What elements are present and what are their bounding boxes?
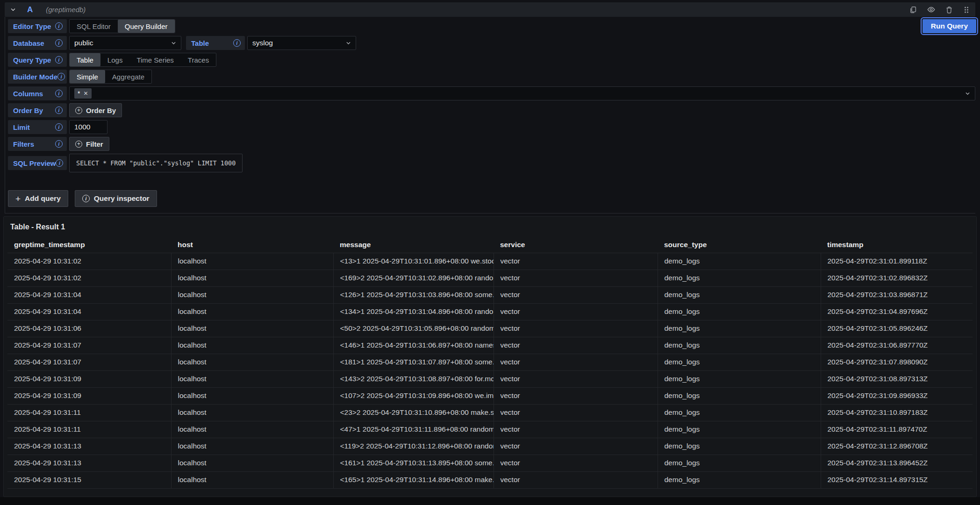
table-cell: <161>1 2025-04-29T10:31:13.895+08:00 som… bbox=[333, 455, 494, 471]
table-cell: vector bbox=[494, 303, 658, 320]
query-type-row: Query Type i TableLogsTime SeriesTraces bbox=[8, 53, 975, 67]
add-query-button[interactable]: + Add query bbox=[8, 190, 68, 207]
query-editor-section: A (greptimedb) bbox=[5, 2, 975, 213]
info-icon[interactable]: i bbox=[55, 39, 63, 47]
table-select[interactable]: syslog bbox=[247, 36, 356, 50]
table-cell: demo_logs bbox=[658, 370, 821, 387]
radio-option-table[interactable]: Table bbox=[70, 53, 100, 66]
limit-input[interactable] bbox=[69, 120, 107, 134]
radio-option-aggregate[interactable]: Aggregate bbox=[105, 70, 151, 83]
database-label-box: Database i bbox=[8, 36, 67, 50]
query-inspector-button[interactable]: i Query inspector bbox=[75, 190, 157, 207]
column-chip[interactable]: * ✕ bbox=[74, 88, 92, 99]
database-label: Database bbox=[13, 39, 44, 47]
table-cell: 2025-04-29 10:31:15 bbox=[7, 471, 171, 488]
table-cell: <13>1 2025-04-29T10:31:01.896+08:00 we.s… bbox=[333, 253, 494, 270]
editor-type-radio-group: SQL EditorQuery Builder bbox=[69, 19, 175, 33]
table-row: 2025-04-29 10:31:04localhost<134>1 2025-… bbox=[7, 303, 973, 320]
column-header-service[interactable]: service bbox=[494, 237, 658, 253]
radio-option-sql-editor[interactable]: SQL Editor bbox=[70, 20, 118, 33]
builder-mode-radio-group: SimpleAggregate bbox=[69, 70, 152, 84]
column-header-host[interactable]: host bbox=[171, 237, 333, 253]
radio-option-time-series[interactable]: Time Series bbox=[129, 53, 180, 66]
table-cell: <23>2 2025-04-29T10:31:10.896+08:00 make… bbox=[333, 404, 494, 421]
table-cell: localhost bbox=[171, 303, 333, 320]
table-cell: 2025-04-29T02:31:11.897470Z bbox=[821, 421, 973, 438]
drag-handle-icon[interactable] bbox=[963, 6, 970, 14]
table-cell: vector bbox=[494, 320, 658, 337]
table-cell: vector bbox=[494, 438, 658, 455]
table-cell: vector bbox=[494, 387, 658, 404]
table-cell: 2025-04-29T02:31:05.896246Z bbox=[821, 320, 973, 337]
chevron-down-icon bbox=[346, 41, 351, 46]
hide-response-eye-icon[interactable] bbox=[927, 6, 935, 14]
database-select[interactable]: public bbox=[69, 36, 181, 50]
info-icon[interactable]: i bbox=[57, 73, 65, 80]
info-icon[interactable]: i bbox=[55, 123, 63, 131]
info-icon[interactable]: i bbox=[55, 107, 63, 114]
query-header-actions bbox=[909, 6, 970, 14]
table-cell: vector bbox=[494, 404, 658, 421]
column-header-timestamp[interactable]: timestamp bbox=[821, 237, 973, 253]
info-icon[interactable]: i bbox=[233, 39, 241, 47]
sql-preview-label: SQL Preview bbox=[13, 159, 56, 167]
chevron-down-icon bbox=[171, 41, 176, 46]
table-cell: vector bbox=[494, 455, 658, 471]
table-cell: 2025-04-29T02:31:10.897183Z bbox=[821, 404, 973, 421]
info-icon[interactable]: i bbox=[55, 56, 63, 64]
run-query-button[interactable]: Run Query bbox=[923, 19, 976, 33]
builder-mode-label-box: Builder Mode i bbox=[8, 70, 67, 84]
query-row-header: A (greptimedb) bbox=[5, 2, 975, 17]
column-header-source_type[interactable]: source_type bbox=[658, 237, 821, 253]
add-filter-button[interactable]: + Filter bbox=[69, 137, 109, 151]
collapse-chevron-icon[interactable] bbox=[10, 7, 16, 13]
table-row: 2025-04-29 10:31:07localhost<146>1 2025-… bbox=[7, 337, 973, 354]
table-cell: localhost bbox=[171, 337, 333, 354]
remove-column-icon[interactable]: ✕ bbox=[83, 91, 88, 96]
table-cell: localhost bbox=[171, 286, 333, 303]
columns-label-box: Columns i bbox=[8, 86, 67, 100]
info-icon[interactable]: i bbox=[55, 22, 63, 30]
table-cell: 2025-04-29T02:31:01.899118Z bbox=[821, 253, 973, 270]
table-cell: <169>2 2025-04-29T10:31:02.896+08:00 ran… bbox=[333, 270, 494, 286]
duplicate-query-icon[interactable] bbox=[909, 6, 917, 14]
table-cell: 2025-04-29 10:31:13 bbox=[7, 438, 171, 455]
delete-query-trash-icon[interactable] bbox=[945, 6, 953, 14]
columns-multiselect[interactable]: * ✕ bbox=[69, 86, 975, 100]
query-ref-id[interactable]: A bbox=[27, 5, 33, 14]
order-by-label: Order By bbox=[13, 107, 43, 114]
table-cell: vector bbox=[494, 286, 658, 303]
table-cell: 2025-04-29T02:31:04.897696Z bbox=[821, 303, 973, 320]
table-cell: demo_logs bbox=[658, 286, 821, 303]
table-cell: 2025-04-29 10:31:11 bbox=[7, 404, 171, 421]
add-order-by-button[interactable]: + Order By bbox=[69, 103, 122, 117]
radio-option-logs[interactable]: Logs bbox=[100, 53, 130, 66]
table-cell: demo_logs bbox=[658, 354, 821, 370]
column-header-greptime_timestamp[interactable]: greptime_timestamp bbox=[7, 237, 171, 253]
table-cell: <119>2 2025-04-29T10:31:12.896+08:00 ran… bbox=[333, 438, 494, 455]
info-icon[interactable]: i bbox=[55, 90, 63, 97]
info-icon[interactable]: i bbox=[56, 159, 63, 167]
column-header-message[interactable]: message bbox=[333, 237, 494, 253]
database-value: public bbox=[74, 39, 93, 47]
info-icon[interactable]: i bbox=[55, 140, 63, 148]
table-cell: vector bbox=[494, 421, 658, 438]
radio-option-simple[interactable]: Simple bbox=[70, 70, 105, 83]
table-cell: 2025-04-29T02:31:06.897770Z bbox=[821, 337, 973, 354]
table-row: 2025-04-29 10:31:15localhost<165>1 2025-… bbox=[7, 471, 973, 488]
table-cell: vector bbox=[494, 370, 658, 387]
table-cell: 2025-04-29 10:31:11 bbox=[7, 421, 171, 438]
results-table: greptime_timestamphostmessageservicesour… bbox=[7, 237, 973, 489]
plus-circle-icon: + bbox=[75, 141, 82, 148]
plus-icon: + bbox=[15, 194, 21, 203]
add-query-label: Add query bbox=[25, 194, 61, 203]
table-cell: <146>1 2025-04-29T10:31:06.897+08:00 nam… bbox=[333, 337, 494, 354]
table-row: 2025-04-29 10:31:09localhost<143>2 2025-… bbox=[7, 370, 973, 387]
table-cell: <143>2 2025-04-29T10:31:08.897+08:00 for… bbox=[333, 370, 494, 387]
table-cell: demo_logs bbox=[658, 404, 821, 421]
radio-option-traces[interactable]: Traces bbox=[181, 53, 216, 66]
table-cell: 2025-04-29T02:31:07.898090Z bbox=[821, 354, 973, 370]
table-cell: 2025-04-29T02:31:02.896832Z bbox=[821, 270, 973, 286]
radio-option-query-builder[interactable]: Query Builder bbox=[118, 20, 175, 33]
table-row: 2025-04-29 10:31:11localhost<23>2 2025-0… bbox=[7, 404, 973, 421]
